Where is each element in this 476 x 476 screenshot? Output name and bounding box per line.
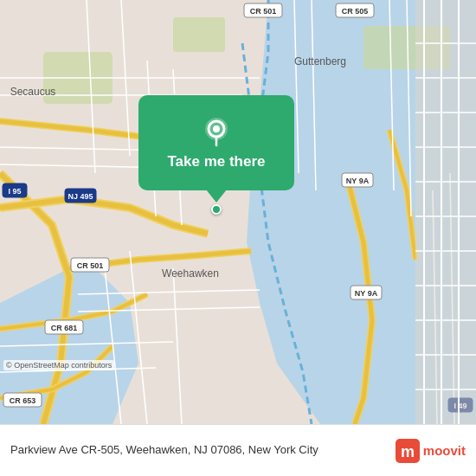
svg-text:Guttenberg: Guttenberg xyxy=(294,55,346,68)
svg-text:I 95: I 95 xyxy=(8,187,21,196)
moovit-logo-icon: m xyxy=(396,439,420,463)
svg-point-67 xyxy=(213,125,220,132)
svg-text:NJ 495: NJ 495 xyxy=(68,192,93,201)
svg-text:CR 501: CR 501 xyxy=(250,7,277,16)
take-me-there-label: Take me there xyxy=(167,153,265,170)
svg-text:CR 653: CR 653 xyxy=(10,396,36,405)
svg-text:Weehawken: Weehawken xyxy=(162,267,219,280)
moovit-text: moovit xyxy=(423,443,466,458)
map-popup[interactable]: Take me there xyxy=(125,95,307,215)
svg-text:CR 505: CR 505 xyxy=(342,7,369,16)
map-container: CR 501 CR 505 I 95 NJ 495 CR 501 CR 681 … xyxy=(0,0,476,424)
svg-rect-4 xyxy=(173,17,225,52)
svg-text:CR 681: CR 681 xyxy=(51,324,78,332)
address-label: Parkview Ave CR-505, Weehawken, NJ 07086… xyxy=(10,443,396,458)
location-pin-icon xyxy=(200,115,233,148)
svg-text:NY 9A: NY 9A xyxy=(355,289,378,298)
popup-box[interactable]: Take me there xyxy=(138,95,294,190)
osm-credit: © OpenStreetMap contributors xyxy=(3,360,114,370)
moovit-logo: m moovit xyxy=(396,439,466,463)
svg-text:CR 501: CR 501 xyxy=(77,261,104,270)
pin-dot xyxy=(211,204,222,215)
svg-text:NY 9A: NY 9A xyxy=(346,177,370,185)
svg-text:m: m xyxy=(401,443,415,460)
bottom-bar: Parkview Ave CR-505, Weehawken, NJ 07086… xyxy=(0,424,476,476)
svg-text:Secaucus: Secaucus xyxy=(10,86,56,98)
